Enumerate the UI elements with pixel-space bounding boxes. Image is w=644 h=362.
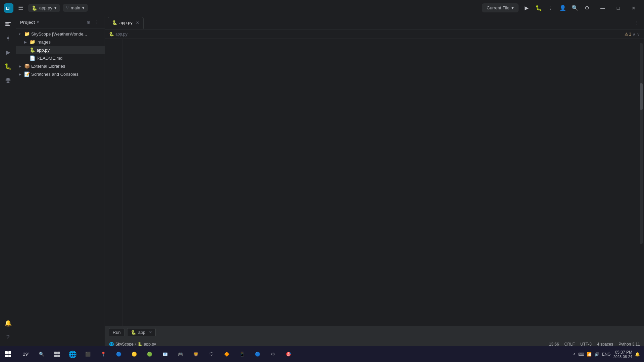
scrollbar-thumb[interactable]: [640, 83, 643, 110]
taskbar-chrome-icon[interactable]: 🟡: [127, 347, 142, 362]
breadcrumb-py-icon: 🐍: [109, 32, 114, 37]
commit-icon[interactable]: [1, 32, 15, 45]
hamburger-menu[interactable]: ☰: [15, 2, 27, 14]
minimize-button[interactable]: —: [595, 0, 610, 16]
sidebar-title-chevron: ▾: [37, 20, 39, 24]
taskbar-terminal-icon[interactable]: ⬛: [80, 347, 95, 362]
sidebar-item-images[interactable]: ▶ 📁 images: [16, 38, 105, 46]
taskbar-search-icon[interactable]: 🔍: [34, 347, 49, 362]
run-icon[interactable]: ▶: [1, 46, 15, 59]
project-icon[interactable]: [1, 17, 15, 31]
notifications-icon[interactable]: 🔔: [1, 316, 15, 330]
taskbar-chevron-icon[interactable]: ∧: [573, 352, 576, 356]
taskbar-edge-browser-icon[interactable]: 🔵: [111, 347, 126, 362]
taskbar-weather-icon[interactable]: 29°: [19, 347, 34, 362]
current-file-label: Current File: [487, 5, 509, 10]
taskbar-app2-icon[interactable]: 🔶: [219, 347, 234, 362]
taskbar-mail-icon[interactable]: 📧: [158, 347, 172, 362]
taskbar-date: 2023-08-24: [613, 355, 632, 359]
layers-icon[interactable]: [1, 74, 15, 87]
sidebar-item-root[interactable]: ▾ 📁 SkyScope [WeatherWonde...: [16, 30, 105, 38]
taskbar-brave-icon[interactable]: 🦁: [189, 347, 203, 362]
taskbar-gamepad-icon[interactable]: 🎮: [173, 347, 188, 362]
tab-close-button[interactable]: ✕: [136, 20, 139, 25]
taskbar-lang[interactable]: ENG: [602, 352, 611, 357]
sidebar-content: ▾ 📁 SkyScope [WeatherWonde... ▶ 📁 images…: [16, 28, 105, 350]
taskbar-maps-icon[interactable]: 📍: [96, 347, 111, 362]
sidebar-actions: ⊕ ⋮: [85, 19, 101, 25]
svg-rect-15: [57, 355, 60, 357]
scrollbar-track[interactable]: [640, 43, 643, 244]
file-breadcrumb-pill[interactable]: 🐍 app.py ▾: [28, 4, 60, 12]
images-arrow-icon: ▶: [24, 40, 30, 44]
sidebar-item-readme[interactable]: 📄 README.md: [16, 54, 105, 62]
taskbar-shield-icon[interactable]: 🛡: [204, 347, 219, 362]
code-content[interactable]: [122, 39, 638, 326]
taskbar-app4-icon[interactable]: 🔵: [250, 347, 265, 362]
run-tab[interactable]: Run: [109, 328, 124, 336]
nav-up-icon[interactable]: ∧: [633, 32, 636, 37]
app-run-tab[interactable]: 🐍 app ✕: [127, 328, 156, 336]
warning-indicator: ⚠ 1 ∧ ∨: [625, 32, 640, 37]
taskbar: 29° 🔍 🌐 ⬛ 📍 🔵 🟡 🟢 📧 🎮 🦁 🛡 🔶 📱 🔵 ⚙ 🎯 ∧ ⌨ …: [0, 346, 644, 362]
app-tab-close-button[interactable]: ✕: [149, 330, 152, 335]
file-chevron-icon: ▾: [54, 5, 57, 10]
taskbar-keyboard-icon[interactable]: ⌨: [578, 352, 584, 357]
settings-button[interactable]: ⚙: [582, 3, 592, 13]
more-actions-button[interactable]: ⋮: [545, 3, 556, 13]
taskbar-network-icon[interactable]: 📶: [587, 352, 592, 357]
tab-apppy-label: app.py: [119, 20, 132, 25]
tab-more-button[interactable]: ⋮: [633, 19, 641, 26]
apppy-arrow-icon: [24, 48, 30, 52]
taskbar-app5-icon[interactable]: ⚙: [266, 347, 280, 362]
titlebar-actions: ▶ 🐛 ⋮ 👤 🔍 ⚙: [521, 3, 592, 13]
root-arrow-icon: ▾: [19, 32, 24, 36]
account-button[interactable]: 👤: [557, 3, 568, 13]
tab-bar: 🐍 app.py ✕ ⋮: [105, 16, 644, 29]
apppy-label: app.py: [37, 48, 50, 53]
images-label: images: [37, 40, 51, 45]
taskbar-notif-icon[interactable]: 🔔: [635, 352, 640, 357]
current-file-chevron-icon: ▾: [512, 5, 514, 10]
current-file-button[interactable]: Current File ▾: [482, 3, 519, 12]
sidebar-title: Project ▾: [20, 20, 39, 25]
warning-count: 1: [629, 32, 631, 37]
branch-pill[interactable]: ⑂ main ▾: [63, 4, 88, 12]
taskbar-app6-icon[interactable]: 🎯: [281, 347, 296, 362]
search-button[interactable]: 🔍: [570, 3, 580, 13]
root-label: SkyScope [WeatherWonde...: [31, 32, 87, 37]
sidebar-settings-btn[interactable]: ⋮: [93, 19, 101, 25]
start-button[interactable]: [0, 346, 16, 362]
debug-icon[interactable]: 🐛: [1, 60, 15, 73]
editor[interactable]: [105, 39, 644, 326]
run-button[interactable]: ▶: [521, 3, 532, 13]
nav-down-icon[interactable]: ∨: [637, 32, 640, 37]
extlib-label: External Libraries: [31, 64, 65, 69]
svg-rect-14: [54, 355, 57, 357]
sidebar-header: Project ▾ ⊕ ⋮: [16, 16, 105, 28]
sidebar-item-apppy[interactable]: 🐍 app.py: [16, 46, 105, 54]
maximize-button[interactable]: □: [610, 0, 626, 16]
svg-rect-3: [5, 23, 9, 24]
sidebar-action-btn[interactable]: ⊕: [85, 19, 92, 25]
breadcrumb-apppy[interactable]: app.py: [115, 32, 127, 37]
taskbar-spotify-icon[interactable]: 🟢: [142, 347, 157, 362]
run-label: Run: [113, 330, 121, 335]
sidebar-item-external-libraries[interactable]: ▶ 📦 External Libraries: [16, 62, 105, 70]
sidebar-item-scratches[interactable]: ▶ 📝 Scratches and Consoles: [16, 70, 105, 78]
tab-bar-actions: ⋮: [633, 19, 641, 26]
scratches-label: Scratches and Consoles: [31, 72, 78, 77]
tab-apppy[interactable]: 🐍 app.py ✕: [108, 17, 144, 29]
taskbar-volume-icon[interactable]: 🔊: [594, 352, 599, 357]
debug-button[interactable]: 🐛: [533, 3, 544, 13]
editor-wrapper: 🐍 app.py ✕ ⋮ 🐍 app.py ⚠ 1 ∧ ∨: [105, 16, 644, 350]
taskbar-taskview-icon[interactable]: [50, 347, 64, 362]
help-icon[interactable]: ?: [1, 330, 15, 344]
taskbar-app3-icon[interactable]: 📱: [235, 347, 250, 362]
branch-name: main: [71, 5, 80, 10]
taskbar-edge-icon[interactable]: 🌐: [65, 347, 80, 362]
readme-file-icon: 📄: [30, 55, 35, 61]
extlib-arrow-icon: ▶: [19, 64, 24, 68]
taskbar-clock[interactable]: 05:37 PM 2023-08-24: [613, 350, 632, 359]
close-button[interactable]: ✕: [626, 0, 641, 16]
